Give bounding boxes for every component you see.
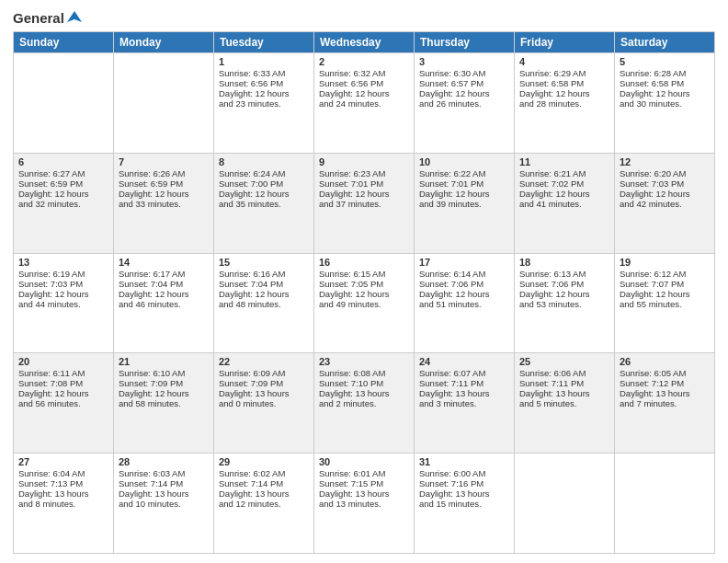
day-info-line: Daylight: 12 hours xyxy=(219,189,309,199)
day-info-line: Daylight: 13 hours xyxy=(519,388,609,398)
day-info-line: Sunrise: 6:19 AM xyxy=(18,269,108,279)
day-info-line: Sunrise: 6:24 AM xyxy=(219,168,309,178)
calendar-cell: 5Sunrise: 6:28 AMSunset: 6:58 PMDaylight… xyxy=(615,53,715,154)
day-number: 24 xyxy=(419,356,509,367)
day-info-line: and 30 minutes. xyxy=(620,98,710,109)
day-info-line: Sunrise: 6:00 AM xyxy=(419,468,509,478)
calendar-cell: 24Sunrise: 6:07 AMSunset: 7:11 PMDayligh… xyxy=(415,353,515,454)
day-info-line: Sunset: 7:11 PM xyxy=(419,378,509,388)
weekday-header-row: SundayMondayTuesdayWednesdayThursdayFrid… xyxy=(14,32,715,53)
day-info-line: Sunrise: 6:07 AM xyxy=(419,368,509,378)
day-info-line: Sunset: 7:10 PM xyxy=(319,378,409,388)
day-info-line: Sunset: 7:07 PM xyxy=(620,279,710,289)
weekday-sunday: Sunday xyxy=(14,32,114,53)
page: General SundayMondayTuesdayWednesdayThur… xyxy=(0,0,728,563)
day-number: 7 xyxy=(119,156,209,167)
day-info-line: and 26 minutes. xyxy=(419,98,509,109)
calendar-cell: 28Sunrise: 6:03 AMSunset: 7:14 PMDayligh… xyxy=(114,454,214,554)
day-number: 14 xyxy=(119,257,209,268)
day-info-line: Sunrise: 6:13 AM xyxy=(519,269,609,279)
day-info-line: Sunrise: 6:33 AM xyxy=(219,68,309,78)
day-info-line: Daylight: 12 hours xyxy=(620,88,710,98)
day-info-line: Sunrise: 6:17 AM xyxy=(119,269,209,279)
svg-marker-0 xyxy=(67,11,82,22)
day-info-line: Sunset: 6:56 PM xyxy=(319,78,409,88)
day-info-line: and 28 minutes. xyxy=(519,98,609,109)
day-info-line: Sunrise: 6:22 AM xyxy=(419,168,509,178)
day-info-line: Daylight: 12 hours xyxy=(620,289,710,299)
day-info-line: Daylight: 13 hours xyxy=(319,388,409,398)
day-info-line: Sunset: 7:14 PM xyxy=(219,478,309,488)
day-info-line: Sunrise: 6:12 AM xyxy=(620,269,710,279)
day-number: 8 xyxy=(219,156,309,167)
weekday-saturday: Saturday xyxy=(615,32,715,53)
day-number: 22 xyxy=(219,356,309,367)
day-info-line: Sunrise: 6:16 AM xyxy=(219,269,309,279)
day-info-line: Sunrise: 6:06 AM xyxy=(519,368,609,378)
calendar-cell xyxy=(14,53,114,154)
calendar-cell: 13Sunrise: 6:19 AMSunset: 7:03 PMDayligh… xyxy=(14,253,114,353)
day-info-line: Sunset: 6:58 PM xyxy=(620,78,710,88)
day-number: 31 xyxy=(419,456,509,467)
day-info-line: and 48 minutes. xyxy=(219,299,309,309)
day-number: 20 xyxy=(18,356,108,367)
day-info-line: Sunset: 6:56 PM xyxy=(219,78,309,88)
day-info-line: Daylight: 13 hours xyxy=(18,488,108,499)
day-number: 13 xyxy=(18,257,108,268)
day-info-line: and 42 minutes. xyxy=(620,199,710,209)
calendar-row-0: 1Sunrise: 6:33 AMSunset: 6:56 PMDaylight… xyxy=(14,53,715,154)
calendar-cell: 15Sunrise: 6:16 AMSunset: 7:04 PMDayligh… xyxy=(214,253,314,353)
day-info-line: and 23 minutes. xyxy=(219,98,309,109)
calendar-cell: 2Sunrise: 6:32 AMSunset: 6:56 PMDaylight… xyxy=(314,53,415,154)
calendar-cell xyxy=(114,53,214,154)
day-number: 26 xyxy=(620,356,710,367)
calendar-cell xyxy=(515,454,615,554)
day-info-line: Sunrise: 6:26 AM xyxy=(119,168,209,178)
day-number: 25 xyxy=(519,356,609,367)
day-info-line: Daylight: 12 hours xyxy=(519,88,609,98)
day-info-line: Sunrise: 6:01 AM xyxy=(319,468,409,478)
day-info-line: Daylight: 12 hours xyxy=(319,88,409,98)
day-number: 30 xyxy=(319,456,409,467)
day-info-line: and 5 minutes. xyxy=(519,398,609,408)
day-info-line: Daylight: 12 hours xyxy=(419,289,509,299)
calendar-cell: 27Sunrise: 6:04 AMSunset: 7:13 PMDayligh… xyxy=(14,454,114,554)
day-info-line: Sunset: 7:15 PM xyxy=(319,478,409,488)
day-info-line: Sunset: 6:58 PM xyxy=(519,78,609,88)
day-info-line: Daylight: 13 hours xyxy=(219,488,309,499)
day-info-line: Sunrise: 6:10 AM xyxy=(119,368,209,378)
day-info-line: Sunrise: 6:05 AM xyxy=(620,368,710,378)
day-info-line: and 56 minutes. xyxy=(18,398,108,408)
day-info-line: Daylight: 12 hours xyxy=(119,189,209,199)
day-info-line: and 8 minutes. xyxy=(18,499,108,509)
calendar-cell: 17Sunrise: 6:14 AMSunset: 7:06 PMDayligh… xyxy=(415,253,515,353)
day-info-line: Daylight: 13 hours xyxy=(219,388,309,398)
day-info-line: Sunset: 6:59 PM xyxy=(18,178,108,189)
calendar-cell: 19Sunrise: 6:12 AMSunset: 7:07 PMDayligh… xyxy=(615,253,715,353)
day-info-line: Daylight: 13 hours xyxy=(319,488,409,499)
day-number: 6 xyxy=(18,156,108,167)
calendar-cell: 22Sunrise: 6:09 AMSunset: 7:09 PMDayligh… xyxy=(214,353,314,454)
day-info-line: Sunrise: 6:20 AM xyxy=(620,168,710,178)
day-number: 17 xyxy=(419,257,509,268)
day-info-line: Sunset: 7:03 PM xyxy=(18,279,108,289)
day-number: 12 xyxy=(620,156,710,167)
day-info-line: Sunset: 6:57 PM xyxy=(419,78,509,88)
day-info-line: Sunset: 7:09 PM xyxy=(219,378,309,388)
day-info-line: Daylight: 12 hours xyxy=(119,289,209,299)
day-info-line: Daylight: 13 hours xyxy=(119,488,209,499)
day-info-line: and 15 minutes. xyxy=(419,499,509,509)
day-info-line: Daylight: 12 hours xyxy=(18,289,108,299)
logo: General xyxy=(13,9,83,26)
day-info-line: Daylight: 12 hours xyxy=(620,189,710,199)
day-info-line: and 2 minutes. xyxy=(319,398,409,408)
day-info-line: Daylight: 12 hours xyxy=(419,189,509,199)
day-info-line: Sunrise: 6:23 AM xyxy=(319,168,409,178)
day-info-line: and 37 minutes. xyxy=(319,199,409,209)
day-info-line: and 3 minutes. xyxy=(419,398,509,408)
calendar-cell: 16Sunrise: 6:15 AMSunset: 7:05 PMDayligh… xyxy=(314,253,415,353)
day-number: 9 xyxy=(319,156,409,167)
calendar-cell xyxy=(615,454,715,554)
day-info-line: Sunset: 7:01 PM xyxy=(319,178,409,189)
day-number: 23 xyxy=(319,356,409,367)
